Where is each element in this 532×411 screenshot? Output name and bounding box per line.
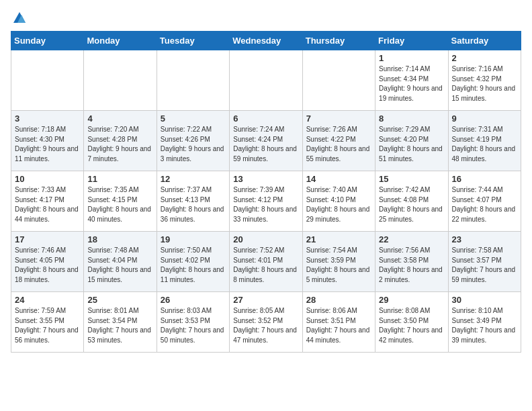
day-info: Sunrise: 7:24 AM Sunset: 4:24 PM Dayligh… [233, 125, 298, 164]
day-info: Sunrise: 8:08 AM Sunset: 3:50 PM Dayligh… [379, 306, 444, 345]
page-header [11, 11, 521, 26]
calendar-table: SundayMondayTuesdayWednesdayThursdayFrid… [11, 31, 521, 353]
calendar-cell [157, 50, 229, 111]
calendar-header-friday: Friday [375, 32, 448, 50]
calendar-cell: 29Sunrise: 8:08 AM Sunset: 3:50 PM Dayli… [375, 292, 448, 353]
day-info: Sunrise: 7:39 AM Sunset: 4:12 PM Dayligh… [233, 185, 298, 224]
day-info: Sunrise: 7:20 AM Sunset: 4:28 PM Dayligh… [87, 125, 152, 164]
day-number: 2 [452, 53, 517, 63]
day-number: 26 [161, 295, 226, 305]
calendar-week-row: 10Sunrise: 7:33 AM Sunset: 4:17 PM Dayli… [11, 171, 521, 232]
day-number: 14 [306, 174, 371, 184]
day-info: Sunrise: 7:33 AM Sunset: 4:17 PM Dayligh… [15, 185, 80, 224]
day-info: Sunrise: 7:35 AM Sunset: 4:15 PM Dayligh… [87, 185, 152, 224]
calendar-cell [230, 50, 302, 111]
day-info: Sunrise: 7:42 AM Sunset: 4:08 PM Dayligh… [379, 185, 444, 224]
day-number: 9 [452, 113, 517, 124]
day-info: Sunrise: 7:18 AM Sunset: 4:30 PM Dayligh… [15, 125, 80, 164]
day-number: 10 [15, 174, 80, 184]
calendar-cell: 27Sunrise: 8:05 AM Sunset: 3:52 PM Dayli… [230, 292, 302, 353]
calendar-cell: 9Sunrise: 7:31 AM Sunset: 4:19 PM Daylig… [448, 111, 521, 171]
day-number: 28 [306, 295, 371, 305]
day-info: Sunrise: 7:54 AM Sunset: 3:59 PM Dayligh… [306, 246, 371, 285]
calendar-cell: 1Sunrise: 7:14 AM Sunset: 4:34 PM Daylig… [375, 50, 448, 111]
day-info: Sunrise: 7:56 AM Sunset: 3:58 PM Dayligh… [379, 246, 444, 285]
calendar-cell: 7Sunrise: 7:26 AM Sunset: 4:22 PM Daylig… [302, 111, 375, 171]
day-number: 6 [233, 113, 298, 124]
day-number: 23 [452, 234, 517, 244]
calendar-cell: 10Sunrise: 7:33 AM Sunset: 4:17 PM Dayli… [11, 171, 84, 232]
calendar-cell: 12Sunrise: 7:37 AM Sunset: 4:13 PM Dayli… [157, 171, 229, 232]
calendar-cell: 26Sunrise: 8:03 AM Sunset: 3:53 PM Dayli… [157, 292, 229, 353]
day-number: 22 [379, 234, 444, 244]
calendar-header-thursday: Thursday [302, 32, 375, 50]
day-info: Sunrise: 7:16 AM Sunset: 4:32 PM Dayligh… [452, 64, 517, 103]
day-number: 16 [452, 174, 517, 184]
day-number: 25 [87, 295, 152, 305]
day-number: 4 [87, 113, 152, 124]
calendar-cell [84, 50, 157, 111]
day-info: Sunrise: 7:37 AM Sunset: 4:13 PM Dayligh… [161, 185, 226, 224]
day-info: Sunrise: 7:46 AM Sunset: 4:05 PM Dayligh… [15, 246, 80, 285]
day-info: Sunrise: 8:10 AM Sunset: 3:49 PM Dayligh… [452, 306, 517, 345]
day-info: Sunrise: 7:58 AM Sunset: 3:57 PM Dayligh… [452, 246, 517, 285]
day-info: Sunrise: 7:59 AM Sunset: 3:55 PM Dayligh… [15, 306, 80, 345]
calendar-cell: 18Sunrise: 7:48 AM Sunset: 4:04 PM Dayli… [84, 232, 157, 292]
calendar-week-row: 17Sunrise: 7:46 AM Sunset: 4:05 PM Dayli… [11, 232, 521, 292]
calendar-cell: 4Sunrise: 7:20 AM Sunset: 4:28 PM Daylig… [84, 111, 157, 171]
day-number: 11 [87, 174, 152, 184]
day-info: Sunrise: 7:40 AM Sunset: 4:10 PM Dayligh… [306, 185, 371, 224]
calendar-cell: 8Sunrise: 7:29 AM Sunset: 4:20 PM Daylig… [375, 111, 448, 171]
logo-icon [12, 11, 27, 26]
day-info: Sunrise: 8:03 AM Sunset: 3:53 PM Dayligh… [161, 306, 226, 345]
calendar-cell: 22Sunrise: 7:56 AM Sunset: 3:58 PM Dayli… [375, 232, 448, 292]
calendar-cell: 6Sunrise: 7:24 AM Sunset: 4:24 PM Daylig… [230, 111, 302, 171]
calendar-header-monday: Monday [84, 32, 157, 50]
calendar-cell: 16Sunrise: 7:44 AM Sunset: 4:07 PM Dayli… [448, 171, 521, 232]
calendar-header-tuesday: Tuesday [157, 32, 229, 50]
day-number: 24 [15, 295, 80, 305]
day-number: 29 [379, 295, 444, 305]
day-number: 12 [161, 174, 226, 184]
day-number: 7 [306, 113, 371, 124]
day-info: Sunrise: 7:52 AM Sunset: 4:01 PM Dayligh… [233, 246, 298, 285]
calendar-header-saturday: Saturday [448, 32, 521, 50]
calendar-cell [11, 50, 84, 111]
calendar-cell: 24Sunrise: 7:59 AM Sunset: 3:55 PM Dayli… [11, 292, 84, 353]
day-number: 1 [379, 53, 444, 63]
day-number: 13 [233, 174, 298, 184]
logo [11, 11, 27, 26]
calendar-header-sunday: Sunday [11, 32, 84, 50]
calendar-header-wednesday: Wednesday [230, 32, 302, 50]
calendar-week-row: 1Sunrise: 7:14 AM Sunset: 4:34 PM Daylig… [11, 50, 521, 111]
day-info: Sunrise: 8:05 AM Sunset: 3:52 PM Dayligh… [233, 306, 298, 345]
calendar-header-row: SundayMondayTuesdayWednesdayThursdayFrid… [11, 32, 521, 50]
calendar-cell: 15Sunrise: 7:42 AM Sunset: 4:08 PM Dayli… [375, 171, 448, 232]
calendar-cell: 30Sunrise: 8:10 AM Sunset: 3:49 PM Dayli… [448, 292, 521, 353]
calendar-cell: 11Sunrise: 7:35 AM Sunset: 4:15 PM Dayli… [84, 171, 157, 232]
day-number: 5 [161, 113, 226, 124]
day-info: Sunrise: 7:14 AM Sunset: 4:34 PM Dayligh… [379, 64, 444, 103]
calendar-cell: 5Sunrise: 7:22 AM Sunset: 4:26 PM Daylig… [157, 111, 229, 171]
day-number: 30 [452, 295, 517, 305]
calendar-cell: 25Sunrise: 8:01 AM Sunset: 3:54 PM Dayli… [84, 292, 157, 353]
day-info: Sunrise: 7:26 AM Sunset: 4:22 PM Dayligh… [306, 125, 371, 164]
calendar-cell: 20Sunrise: 7:52 AM Sunset: 4:01 PM Dayli… [230, 232, 302, 292]
day-info: Sunrise: 7:22 AM Sunset: 4:26 PM Dayligh… [161, 125, 226, 164]
day-number: 3 [15, 113, 80, 124]
day-info: Sunrise: 7:50 AM Sunset: 4:02 PM Dayligh… [161, 246, 226, 285]
day-number: 18 [87, 234, 152, 244]
calendar-cell: 3Sunrise: 7:18 AM Sunset: 4:30 PM Daylig… [11, 111, 84, 171]
day-number: 17 [15, 234, 80, 244]
calendar-cell [302, 50, 375, 111]
day-info: Sunrise: 7:31 AM Sunset: 4:19 PM Dayligh… [452, 125, 517, 164]
day-number: 8 [379, 113, 444, 124]
calendar-week-row: 24Sunrise: 7:59 AM Sunset: 3:55 PM Dayli… [11, 292, 521, 353]
day-info: Sunrise: 8:01 AM Sunset: 3:54 PM Dayligh… [87, 306, 152, 345]
calendar-cell: 17Sunrise: 7:46 AM Sunset: 4:05 PM Dayli… [11, 232, 84, 292]
day-number: 20 [233, 234, 298, 244]
calendar-cell: 2Sunrise: 7:16 AM Sunset: 4:32 PM Daylig… [448, 50, 521, 111]
calendar-cell: 23Sunrise: 7:58 AM Sunset: 3:57 PM Dayli… [448, 232, 521, 292]
calendar-cell: 14Sunrise: 7:40 AM Sunset: 4:10 PM Dayli… [302, 171, 375, 232]
calendar-cell: 13Sunrise: 7:39 AM Sunset: 4:12 PM Dayli… [230, 171, 302, 232]
